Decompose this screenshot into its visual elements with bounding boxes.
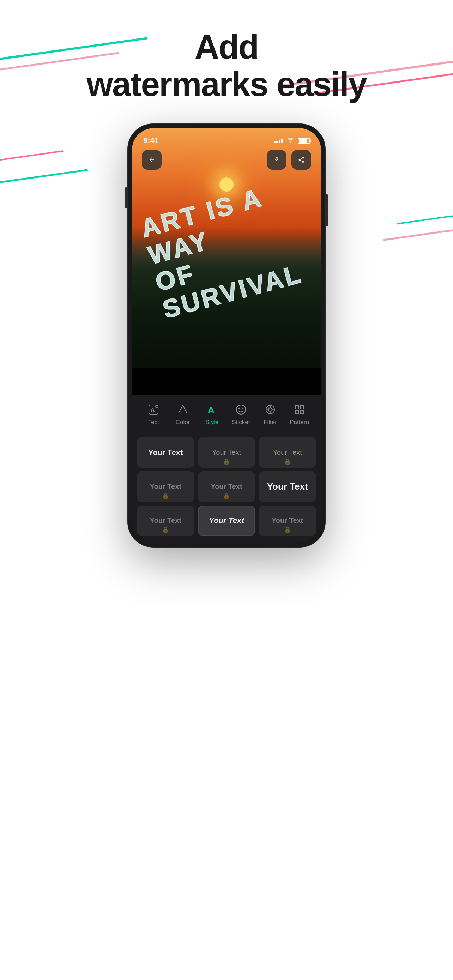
svg-point-9 xyxy=(269,408,272,411)
wifi-icon xyxy=(286,137,294,145)
style-cell-5[interactable]: Your Text 🔒 xyxy=(198,471,256,502)
svg-rect-12 xyxy=(295,410,299,414)
style-cell-5-lock: 🔒 xyxy=(223,492,230,499)
style-cell-9[interactable]: Your Text 🔒 xyxy=(259,506,316,536)
style-cell-4-text: Your Text xyxy=(150,483,181,491)
phone-screen: ART IS A WAY OF SURVIVAL 9:41 xyxy=(132,128,321,543)
style-cell-1-text: Your Text xyxy=(148,448,183,457)
sun-element xyxy=(219,177,234,192)
top-buttons xyxy=(132,150,321,170)
style-cell-7[interactable]: Your Text 🔒 xyxy=(137,506,194,536)
status-bar: 9:41 xyxy=(132,128,321,148)
signal-bar-3 xyxy=(279,140,280,143)
style-cell-4-lock: 🔒 xyxy=(162,492,169,499)
save-button[interactable] xyxy=(267,150,286,170)
style-cell-6-text: Your Text xyxy=(267,481,308,492)
style-nav-icon: A xyxy=(205,402,219,417)
status-time: 9:41 xyxy=(143,136,159,145)
signal-bar-2 xyxy=(276,141,278,143)
nav-label-text: Text xyxy=(148,419,159,426)
phone-wrapper: ART IS A WAY OF SURVIVAL 9:41 xyxy=(0,117,453,575)
nav-bar: A Text Color xyxy=(132,395,321,434)
nav-label-sticker: Sticker xyxy=(232,419,250,426)
style-cell-3-text: Your Text xyxy=(273,449,302,457)
style-cell-1[interactable]: Your Text xyxy=(137,437,194,468)
battery-icon xyxy=(298,138,310,144)
svg-rect-2 xyxy=(156,405,158,408)
nav-item-text[interactable]: A Text xyxy=(139,402,168,426)
svg-point-7 xyxy=(242,408,243,409)
nav-label-color: Color xyxy=(176,419,190,426)
style-cell-3-lock: 🔒 xyxy=(284,458,291,465)
style-cell-2-text: Your Text xyxy=(212,449,241,457)
svg-point-5 xyxy=(236,405,246,414)
style-cell-8-text: Your Text xyxy=(209,516,244,525)
nav-item-filter[interactable]: Filter xyxy=(256,402,285,426)
svg-rect-10 xyxy=(295,405,299,409)
style-cell-2[interactable]: Your Text 🔒 xyxy=(198,437,256,468)
style-cell-6[interactable]: Your Text xyxy=(259,471,316,502)
battery-fill xyxy=(299,139,307,143)
text-nav-icon: A xyxy=(146,402,161,417)
svg-text:A: A xyxy=(208,405,215,415)
nav-label-style: Style xyxy=(205,419,219,426)
style-cell-9-text: Your Text xyxy=(272,517,303,525)
signal-bar-1 xyxy=(274,142,275,143)
svg-point-6 xyxy=(238,408,240,409)
status-right xyxy=(274,137,310,145)
svg-marker-3 xyxy=(178,405,187,413)
signal-bars xyxy=(274,138,283,143)
header-section: Add watermarks easily xyxy=(0,0,453,117)
style-cell-7-lock: 🔒 xyxy=(162,527,169,533)
header-title: Add watermarks easily xyxy=(0,28,453,103)
filter-nav-icon xyxy=(263,402,277,417)
back-button[interactable] xyxy=(142,150,162,170)
style-grid: Your Text Your Text 🔒 Your Text 🔒 Your T… xyxy=(132,434,321,543)
style-cell-9-lock: 🔒 xyxy=(284,527,291,533)
pattern-nav-icon xyxy=(292,402,307,417)
nav-item-color[interactable]: Color xyxy=(168,402,197,426)
style-cell-4[interactable]: Your Text 🔒 xyxy=(137,471,194,502)
signal-bar-4 xyxy=(281,138,283,143)
color-nav-icon xyxy=(176,402,190,417)
nav-item-style[interactable]: A Style xyxy=(197,402,227,426)
style-cell-5-text: Your Text xyxy=(211,483,242,491)
svg-text:A: A xyxy=(150,407,155,414)
nav-item-pattern[interactable]: Pattern xyxy=(285,402,314,426)
style-cell-8[interactable]: Your Text xyxy=(198,506,256,536)
sticker-nav-icon xyxy=(234,402,248,417)
nav-label-filter: Filter xyxy=(264,419,277,426)
style-cell-3[interactable]: Your Text 🔒 xyxy=(259,437,316,468)
svg-rect-13 xyxy=(300,410,304,414)
share-button[interactable] xyxy=(291,150,311,170)
style-cell-2-lock: 🔒 xyxy=(223,458,230,465)
nav-item-sticker[interactable]: Sticker xyxy=(227,402,256,426)
top-btn-group xyxy=(267,150,311,170)
nav-label-pattern: Pattern xyxy=(290,419,309,426)
grass-layer xyxy=(132,227,321,368)
phone-device: ART IS A WAY OF SURVIVAL 9:41 xyxy=(128,124,325,547)
style-cell-7-text: Your Text xyxy=(150,517,181,525)
svg-rect-11 xyxy=(300,405,304,409)
